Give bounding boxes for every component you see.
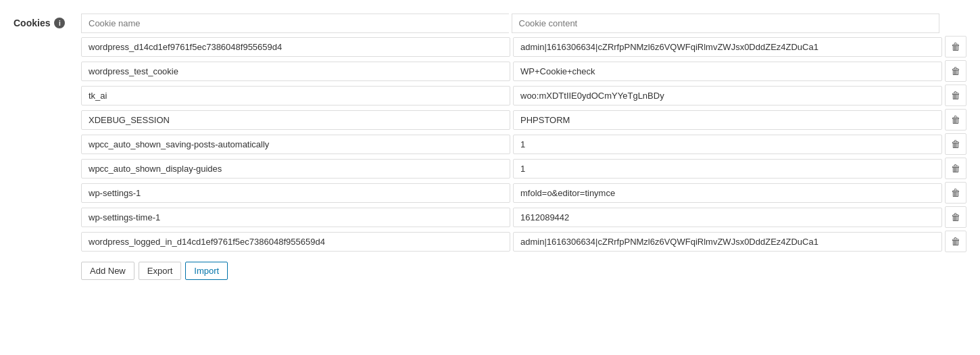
trash-icon: 🗑: [951, 41, 960, 52]
cookie-name-input[interactable]: [81, 86, 510, 105]
trash-icon: 🗑: [951, 139, 960, 149]
table-row: 🗑: [81, 206, 966, 228]
delete-cookie-button[interactable]: 🗑: [945, 36, 966, 57]
table-row: 🗑: [81, 109, 966, 131]
cookies-section: Cookies i 🗑🗑🗑🗑🗑🗑🗑🗑🗑 Add New Export Impor…: [14, 14, 966, 280]
cookie-name-input[interactable]: [81, 62, 510, 81]
delete-cookie-button[interactable]: 🗑: [945, 182, 966, 204]
delete-cookie-button[interactable]: 🗑: [945, 206, 966, 228]
cookie-content-input[interactable]: [513, 86, 942, 105]
cookie-content-input[interactable]: [513, 62, 942, 81]
table-row: 🗑: [81, 231, 966, 252]
action-buttons: Add New Export Import: [81, 262, 966, 280]
cookie-name-input[interactable]: [81, 159, 510, 179]
cookie-content-input[interactable]: [513, 232, 942, 252]
cookie-name-input[interactable]: [81, 208, 510, 227]
info-icon[interactable]: i: [54, 18, 65, 28]
cookie-content-input[interactable]: [513, 208, 942, 227]
cookie-content-input[interactable]: [513, 183, 942, 203]
delete-cookie-button[interactable]: 🗑: [945, 133, 966, 155]
table-row: 🗑: [81, 133, 966, 155]
delete-cookie-button[interactable]: 🗑: [945, 231, 966, 252]
table-row: 🗑: [81, 85, 966, 106]
trash-icon: 🗑: [951, 90, 960, 101]
trash-icon: 🗑: [951, 163, 960, 174]
delete-cookie-button[interactable]: 🗑: [945, 109, 966, 131]
cookie-name-input[interactable]: [81, 135, 510, 154]
cookie-name-input[interactable]: [81, 183, 510, 203]
trash-icon: 🗑: [951, 66, 960, 76]
cookies-label: Cookies i: [14, 14, 68, 28]
cookies-title: Cookies: [14, 18, 50, 28]
cookie-name-input[interactable]: [81, 37, 510, 57]
add-new-button[interactable]: Add New: [81, 262, 134, 280]
trash-icon: 🗑: [951, 236, 960, 247]
column-header-name: [81, 14, 509, 33]
cookie-content-input[interactable]: [513, 135, 942, 154]
import-button[interactable]: Import: [185, 262, 228, 280]
table-headers: [81, 14, 966, 33]
table-row: 🗑: [81, 60, 966, 82]
header-spacer: [942, 14, 966, 33]
cookie-name-input[interactable]: [81, 110, 510, 130]
cookie-content-input[interactable]: [513, 37, 942, 57]
delete-cookie-button[interactable]: 🗑: [945, 85, 966, 106]
delete-cookie-button[interactable]: 🗑: [945, 158, 966, 179]
cookie-content-input[interactable]: [513, 159, 942, 179]
cookies-table: 🗑🗑🗑🗑🗑🗑🗑🗑🗑 Add New Export Import: [81, 14, 966, 280]
trash-icon: 🗑: [951, 212, 960, 222]
column-header-content: [512, 14, 940, 33]
trash-icon: 🗑: [951, 114, 960, 125]
cookie-name-input[interactable]: [81, 232, 510, 252]
delete-cookie-button[interactable]: 🗑: [945, 60, 966, 82]
trash-icon: 🗑: [951, 187, 960, 198]
table-row: 🗑: [81, 158, 966, 179]
table-row: 🗑: [81, 36, 966, 57]
table-row: 🗑: [81, 182, 966, 204]
export-button[interactable]: Export: [139, 262, 182, 280]
cookie-rows-container: 🗑🗑🗑🗑🗑🗑🗑🗑🗑: [81, 36, 966, 255]
cookie-content-input[interactable]: [513, 110, 942, 130]
